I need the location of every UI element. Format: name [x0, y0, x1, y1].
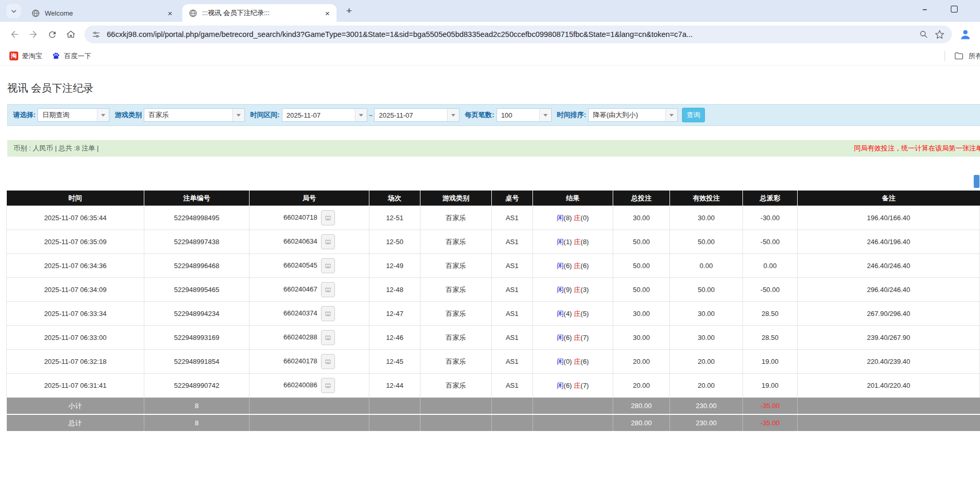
table-row: 2025-11-07 06:34:09 522948995465 6602404… [7, 278, 980, 302]
banker-label: 庄 [574, 334, 580, 341]
total-bet-link[interactable]: 20.00 [613, 374, 670, 398]
total-bet-link[interactable]: 30.00 [613, 302, 670, 326]
video-replay-button[interactable] [321, 378, 335, 393]
session: 12-46 [369, 326, 420, 350]
profile-avatar[interactable] [956, 25, 975, 44]
tab-strip: Welcome :::视讯 会员下注纪录::: [0, 0, 980, 22]
chevron-down-icon[interactable] [539, 109, 551, 121]
session: 12-47 [369, 302, 420, 326]
round-cell: 660240374 [250, 302, 369, 326]
person-icon [959, 28, 972, 41]
payout: 19.00 [743, 350, 798, 374]
date-from-value: 2025-11-07 [282, 109, 355, 121]
chevron-down-icon[interactable] [447, 109, 459, 121]
bet-time: 2025-11-07 06:35:44 [7, 206, 144, 230]
video-replay-button[interactable] [321, 210, 335, 225]
date-from-input[interactable]: 2025-11-07 [282, 108, 367, 122]
game-type: 百家乐 [420, 254, 492, 278]
chevron-down-icon[interactable] [232, 109, 244, 121]
total-bet-link[interactable]: 50.00 [613, 278, 670, 302]
bookmark-star-icon[interactable] [935, 30, 945, 40]
total-bet-link[interactable]: 20.00 [613, 350, 670, 374]
banker-score: (6) [580, 262, 589, 270]
player-label: 闲 [557, 286, 564, 294]
maximize-button[interactable] [939, 0, 969, 18]
video-icon [325, 382, 331, 389]
chevron-down-icon[interactable] [665, 109, 677, 121]
reload-button[interactable] [43, 25, 61, 44]
url-text[interactable]: 66cxkj98.com/ipl/portal.php/game/betreco… [107, 30, 913, 39]
tab-search-button[interactable] [6, 4, 21, 18]
bet-id: 522948998495 [144, 206, 250, 230]
total-bet-link[interactable]: 50.00 [613, 230, 670, 254]
chevron-down-icon[interactable] [355, 109, 367, 121]
sort-select[interactable]: 降幂(由大到小) [588, 108, 678, 122]
close-tab-icon[interactable] [322, 8, 332, 18]
scrollbar-thumb[interactable] [974, 175, 979, 188]
minimize-button[interactable] [910, 0, 939, 18]
result-cell: 闲(4) 庄(5) [533, 302, 613, 326]
close-tab-icon[interactable] [165, 8, 175, 18]
result-cell: 闲(0) 庄(6) [533, 350, 613, 374]
valid-bet: 50.00 [670, 278, 743, 302]
table-code: AS1 [492, 278, 533, 302]
summary-bar: 币别 : 人民币 | 总共 :8 注单 | 同局有效投注，统一计算在该局第一张注… [7, 140, 980, 157]
valid-bet: 20.00 [670, 374, 743, 398]
table-row: 2025-11-07 06:34:36 522948996468 6602405… [7, 254, 980, 278]
folder-icon [954, 51, 964, 61]
video-replay-button[interactable] [321, 282, 335, 297]
bet-time: 2025-11-07 06:32:18 [7, 350, 144, 374]
tab-welcome[interactable]: Welcome [25, 4, 179, 22]
valid-bet: 0.00 [670, 254, 743, 278]
video-icon [325, 262, 331, 270]
video-replay-button[interactable] [321, 306, 335, 321]
bookmark-item-taobao[interactable]: 淘 爱淘宝 [9, 52, 42, 61]
video-icon [325, 358, 331, 365]
bookmark-label: 百度一下 [64, 52, 91, 61]
total-row: 总计 8 280.00 230.00 -35.00 [7, 414, 980, 432]
player-score: (6) [564, 334, 572, 341]
game-type: 百家乐 [420, 326, 492, 350]
banker-label: 庄 [574, 238, 580, 246]
address-bar[interactable]: 66cxkj98.com/ipl/portal.php/game/betreco… [84, 26, 952, 43]
video-replay-button[interactable] [321, 354, 335, 369]
video-replay-button[interactable] [321, 234, 335, 249]
player-score: (4) [564, 310, 572, 318]
round-cell: 660240718 [250, 206, 369, 230]
date-to-input[interactable]: 2025-11-07 [374, 108, 460, 122]
bookmark-item-baidu[interactable]: 百度一下 [52, 52, 91, 61]
column-header: 桌号 [492, 191, 533, 206]
chevron-down-icon[interactable] [97, 109, 109, 121]
player-label: 闲 [557, 262, 564, 270]
game-type-select[interactable]: 百家乐 [144, 108, 245, 122]
player-score: (6) [564, 262, 572, 270]
taobao-icon: 淘 [9, 52, 18, 60]
tilde-separator: ~ [369, 111, 373, 119]
all-bookmarks[interactable]: 所有书签 [945, 47, 980, 65]
site-settings-icon[interactable] [92, 30, 101, 39]
close-window-button[interactable] [969, 0, 980, 18]
payout: -30.00 [743, 206, 798, 230]
column-header: 游戏类别 [420, 191, 492, 206]
query-mode-select[interactable]: 日期查询 [38, 108, 109, 122]
back-button[interactable] [5, 25, 24, 44]
forward-button[interactable] [24, 25, 43, 44]
total-bet-link[interactable]: 50.00 [613, 254, 670, 278]
total-bet-link[interactable]: 30.00 [613, 326, 670, 350]
page-size-select[interactable]: 100 [497, 108, 552, 122]
new-tab-button[interactable] [342, 4, 356, 18]
bet-time: 2025-11-07 06:34:36 [7, 254, 144, 278]
remark: 296.40/246.40 [798, 278, 980, 302]
home-button[interactable] [61, 25, 80, 44]
zoom-icon[interactable] [919, 30, 928, 39]
subtotal-count: 8 [144, 398, 250, 415]
video-replay-button[interactable] [321, 258, 335, 273]
column-header: 结果 [533, 191, 613, 206]
tab-betrecord[interactable]: :::视讯 会员下注纪录::: [182, 4, 337, 22]
payout: 28.50 [743, 326, 798, 350]
search-button[interactable]: 查询 [682, 108, 705, 122]
total-bet-link[interactable]: 30.00 [613, 206, 670, 230]
video-replay-button[interactable] [321, 330, 335, 345]
arrow-right-icon [28, 29, 39, 40]
subtotal-label: 小计 [7, 398, 144, 415]
